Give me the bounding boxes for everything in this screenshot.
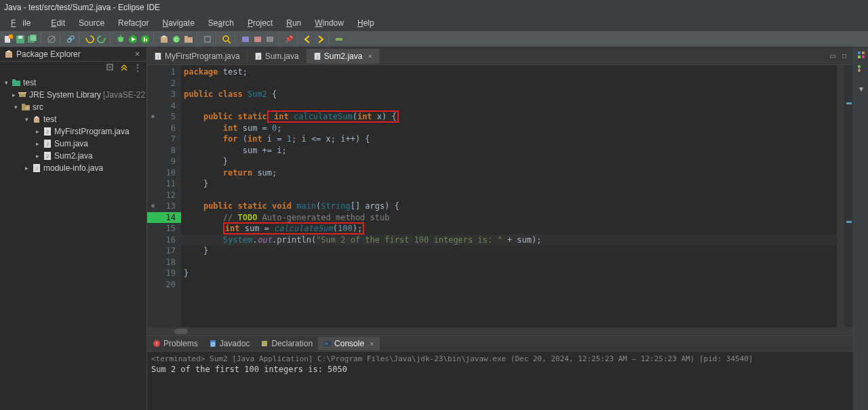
tree-jre[interactable]: ▸JRE System Library [JavaSE-22 <box>0 89 146 101</box>
menu-refactor[interactable]: Refactor <box>111 16 155 30</box>
menu-project[interactable]: Project <box>241 16 279 30</box>
svg-rect-3 <box>18 36 22 39</box>
menu-search[interactable]: Search <box>201 16 241 30</box>
open-type-icon[interactable] <box>202 34 213 45</box>
view-menu-icon[interactable]: ⋮ <box>133 63 142 73</box>
svg-rect-27 <box>254 37 261 42</box>
svg-rect-64 <box>858 52 861 54</box>
perspective-bar: ▾ <box>853 47 868 410</box>
menu-run[interactable]: Run <box>279 16 308 30</box>
project-tree[interactable]: ▾test ▸JRE System Library [JavaSE-22 ▾sr… <box>0 74 146 410</box>
svg-rect-29 <box>336 38 342 41</box>
last-edit-icon[interactable] <box>264 34 275 45</box>
tree-module[interactable]: ▸Jmodule-info.java <box>0 162 146 174</box>
bottom-views: !Problems @Javadoc Declaration >Console× <box>147 335 853 352</box>
tab-declaration[interactable]: Declaration <box>255 337 318 350</box>
pin-icon[interactable]: 📌 <box>283 34 294 45</box>
debug-skip-icon[interactable] <box>46 34 57 45</box>
close-icon[interactable]: × <box>132 49 142 59</box>
svg-text:@: @ <box>210 342 215 346</box>
svg-rect-34 <box>12 81 20 86</box>
run-last-icon[interactable]: 🔗 <box>65 34 76 45</box>
menu-edit[interactable]: Edit <box>44 16 72 30</box>
title-bar: Java - test/src/test/Sum2.java - Eclipse… <box>0 0 868 15</box>
svg-marker-18 <box>161 35 167 37</box>
tree-file[interactable]: ▸JSum2.java <box>0 150 146 162</box>
svg-point-24 <box>223 36 229 41</box>
svg-text:!: ! <box>156 341 157 347</box>
svg-rect-61 <box>262 341 267 346</box>
tab-console[interactable]: >Console× <box>318 337 379 350</box>
debug-icon[interactable] <box>115 34 126 45</box>
close-icon[interactable]: × <box>368 52 372 60</box>
toolbar: 🔗 C 📌 <box>0 31 868 47</box>
search-toolbar-icon[interactable] <box>334 34 344 45</box>
annotation-next-icon[interactable] <box>252 34 263 45</box>
tab-problems[interactable]: !Problems <box>147 337 203 350</box>
save-all-icon[interactable] <box>27 34 38 45</box>
save-icon[interactable] <box>15 34 26 45</box>
run-icon[interactable] <box>127 34 138 45</box>
svg-rect-23 <box>205 37 210 42</box>
tab-sum2[interactable]: JSum2.java× <box>307 49 380 64</box>
overview-ruler[interactable] <box>845 65 853 327</box>
svg-point-70 <box>858 69 861 72</box>
svg-rect-16 <box>146 39 147 41</box>
redo-icon[interactable] <box>96 34 107 45</box>
menu-bar: File Edit Source Refactor Navigate Searc… <box>0 15 868 31</box>
new-class-icon[interactable]: C <box>171 34 182 45</box>
minimize-icon[interactable]: ▭ <box>827 52 837 61</box>
annotation-prev-icon[interactable] <box>240 34 251 45</box>
chevron-down-icon[interactable]: ▾ <box>856 84 866 94</box>
code-editor[interactable]: 1234 5678 9101112 13141516 17181920 pack… <box>147 65 853 327</box>
menu-help[interactable]: Help <box>351 16 381 30</box>
tree-file[interactable]: ▸JMyFirstProgram.java <box>0 125 146 138</box>
tab-sum[interactable]: JSum.java <box>248 49 307 64</box>
new-package-icon[interactable] <box>159 34 170 45</box>
vertical-scrollbar[interactable] <box>837 65 845 327</box>
menu-window[interactable]: Window <box>308 16 351 30</box>
console-view[interactable]: <terminated> Sum2 [Java Application] C:\… <box>147 352 853 410</box>
svg-text:J: J <box>46 154 49 159</box>
package-explorer: Package Explorer × ⋮ ▾test ▸JRE System L… <box>0 47 147 410</box>
tree-package[interactable]: ▾test <box>0 113 146 125</box>
svg-rect-21 <box>184 37 193 43</box>
new-folder-icon[interactable] <box>183 34 194 45</box>
svg-rect-40 <box>26 106 29 109</box>
tree-project[interactable]: ▾test <box>0 77 146 89</box>
menu-source[interactable]: Source <box>72 16 111 30</box>
svg-line-11 <box>123 37 124 39</box>
svg-text:J: J <box>316 54 318 58</box>
collapse-all-icon[interactable] <box>106 63 115 73</box>
tab-javadoc[interactable]: @Javadoc <box>203 337 256 350</box>
svg-rect-1 <box>9 35 13 39</box>
new-icon[interactable] <box>3 34 14 45</box>
search-icon[interactable] <box>221 34 232 45</box>
svg-rect-66 <box>858 56 861 58</box>
java-perspective-icon[interactable] <box>856 50 866 60</box>
explorer-title: Package Explorer <box>16 49 130 59</box>
maximize-icon[interactable]: □ <box>840 52 849 61</box>
forward-icon[interactable] <box>315 34 326 45</box>
menu-navigate[interactable]: Navigate <box>155 16 201 30</box>
menu-file[interactable]: File <box>4 16 44 30</box>
svg-rect-22 <box>184 36 188 38</box>
svg-text:J: J <box>35 166 38 171</box>
package-icon <box>4 49 14 59</box>
svg-marker-31 <box>5 50 12 52</box>
tree-src[interactable]: ▾src <box>0 101 146 113</box>
horizontal-scrollbar[interactable] <box>147 327 853 335</box>
coverage-icon[interactable] <box>140 34 151 45</box>
svg-rect-41 <box>34 118 39 123</box>
back-icon[interactable] <box>302 34 313 45</box>
svg-rect-26 <box>242 37 249 42</box>
undo-icon[interactable] <box>84 34 95 45</box>
svg-text:J: J <box>46 129 49 134</box>
svg-text:>: > <box>326 342 328 346</box>
svg-rect-28 <box>267 37 273 42</box>
tab-myfirstprogram[interactable]: JMyFirstProgram.java <box>147 49 248 64</box>
tree-file[interactable]: ▸JSum.java <box>0 138 146 150</box>
close-icon[interactable]: × <box>370 340 374 348</box>
link-editor-icon[interactable] <box>119 63 129 73</box>
outline-icon[interactable] <box>856 64 866 73</box>
